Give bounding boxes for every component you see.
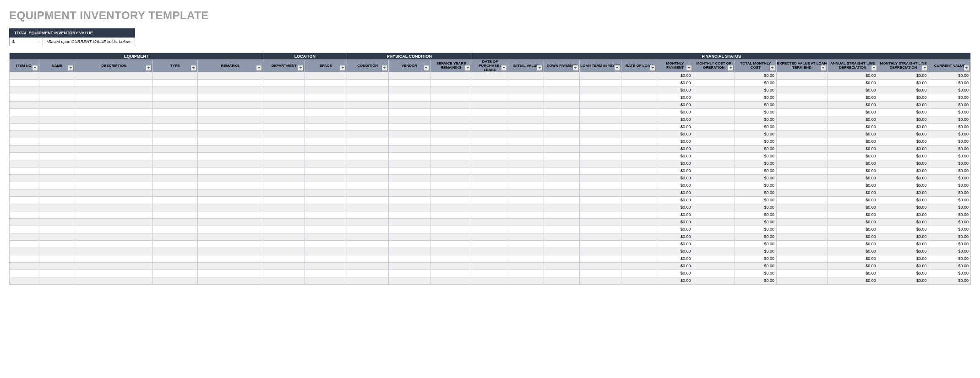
cell-department[interactable] xyxy=(263,211,305,219)
cell-initial-value[interactable] xyxy=(508,116,544,124)
cell-total-monthly-cost[interactable]: $0.00 xyxy=(735,270,776,277)
cell-expected-value[interactable] xyxy=(777,167,828,175)
cell-type[interactable] xyxy=(152,241,197,248)
cell-type[interactable] xyxy=(152,226,197,233)
cell-annual-depreciation[interactable]: $0.00 xyxy=(827,219,878,226)
cell-item-no[interactable] xyxy=(10,248,39,255)
cell-description[interactable] xyxy=(75,197,152,204)
cell-remarks[interactable] xyxy=(197,219,263,226)
cell-date-purchase[interactable] xyxy=(472,109,508,116)
cell-current-value[interactable]: $0.00 xyxy=(929,94,971,102)
cell-condition[interactable] xyxy=(347,204,388,211)
cell-date-purchase[interactable] xyxy=(472,102,508,109)
cell-item-no[interactable] xyxy=(10,277,39,285)
cell-date-purchase[interactable] xyxy=(472,219,508,226)
cell-space[interactable] xyxy=(305,175,347,182)
cell-current-value[interactable]: $0.00 xyxy=(929,241,971,248)
cell-total-monthly-cost[interactable]: $0.00 xyxy=(735,124,776,131)
cell-remarks[interactable] xyxy=(197,211,263,219)
cell-initial-value[interactable] xyxy=(508,189,544,197)
cell-expected-value[interactable] xyxy=(777,116,828,124)
cell-down-payment[interactable] xyxy=(544,94,579,102)
cell-monthly-depreciation[interactable]: $0.00 xyxy=(878,189,929,197)
cell-loan-term[interactable] xyxy=(579,233,621,241)
cell-department[interactable] xyxy=(263,175,305,182)
cell-rate-of-loan[interactable] xyxy=(621,131,657,138)
filter-icon[interactable] xyxy=(537,65,543,71)
cell-service-years[interactable] xyxy=(430,72,472,80)
cell-monthly-depreciation[interactable]: $0.00 xyxy=(878,270,929,277)
cell-annual-depreciation[interactable]: $0.00 xyxy=(827,263,878,270)
cell-condition[interactable] xyxy=(347,72,388,80)
cell-initial-value[interactable] xyxy=(508,204,544,211)
cell-rate-of-loan[interactable] xyxy=(621,204,657,211)
cell-remarks[interactable] xyxy=(197,167,263,175)
cell-remarks[interactable] xyxy=(197,72,263,80)
cell-department[interactable] xyxy=(263,263,305,270)
cell-expected-value[interactable] xyxy=(777,255,828,263)
cell-initial-value[interactable] xyxy=(508,277,544,285)
cell-name[interactable] xyxy=(39,197,75,204)
filter-icon[interactable] xyxy=(922,65,928,71)
cell-condition[interactable] xyxy=(347,109,388,116)
cell-monthly-cost-operation[interactable] xyxy=(693,160,735,167)
cell-monthly-cost-operation[interactable] xyxy=(693,109,735,116)
cell-type[interactable] xyxy=(152,248,197,255)
cell-department[interactable] xyxy=(263,241,305,248)
cell-monthly-payment[interactable]: $0.00 xyxy=(657,182,693,189)
filter-icon[interactable] xyxy=(572,65,578,71)
cell-expected-value[interactable] xyxy=(777,109,828,116)
cell-date-purchase[interactable] xyxy=(472,248,508,255)
cell-rate-of-loan[interactable] xyxy=(621,189,657,197)
cell-annual-depreciation[interactable]: $0.00 xyxy=(827,102,878,109)
cell-rate-of-loan[interactable] xyxy=(621,175,657,182)
cell-remarks[interactable] xyxy=(197,131,263,138)
cell-condition[interactable] xyxy=(347,197,388,204)
cell-vendor[interactable] xyxy=(388,87,430,94)
cell-monthly-depreciation[interactable]: $0.00 xyxy=(878,160,929,167)
cell-name[interactable] xyxy=(39,72,75,80)
cell-initial-value[interactable] xyxy=(508,153,544,160)
cell-loan-term[interactable] xyxy=(579,263,621,270)
cell-total-monthly-cost[interactable]: $0.00 xyxy=(735,146,776,153)
filter-icon[interactable] xyxy=(423,65,429,71)
cell-vendor[interactable] xyxy=(388,153,430,160)
cell-monthly-cost-operation[interactable] xyxy=(693,153,735,160)
cell-expected-value[interactable] xyxy=(777,189,828,197)
cell-vendor[interactable] xyxy=(388,211,430,219)
cell-initial-value[interactable] xyxy=(508,219,544,226)
cell-down-payment[interactable] xyxy=(544,175,579,182)
cell-condition[interactable] xyxy=(347,175,388,182)
cell-description[interactable] xyxy=(75,131,152,138)
cell-current-value[interactable]: $0.00 xyxy=(929,131,971,138)
cell-rate-of-loan[interactable] xyxy=(621,270,657,277)
cell-rate-of-loan[interactable] xyxy=(621,211,657,219)
cell-current-value[interactable]: $0.00 xyxy=(929,255,971,263)
cell-monthly-payment[interactable]: $0.00 xyxy=(657,277,693,285)
cell-name[interactable] xyxy=(39,270,75,277)
cell-date-purchase[interactable] xyxy=(472,138,508,146)
cell-monthly-cost-operation[interactable] xyxy=(693,263,735,270)
cell-description[interactable] xyxy=(75,277,152,285)
cell-down-payment[interactable] xyxy=(544,131,579,138)
cell-remarks[interactable] xyxy=(197,94,263,102)
cell-loan-term[interactable] xyxy=(579,72,621,80)
cell-loan-term[interactable] xyxy=(579,182,621,189)
cell-monthly-depreciation[interactable]: $0.00 xyxy=(878,87,929,94)
cell-annual-depreciation[interactable]: $0.00 xyxy=(827,160,878,167)
cell-total-monthly-cost[interactable]: $0.00 xyxy=(735,175,776,182)
cell-initial-value[interactable] xyxy=(508,270,544,277)
cell-down-payment[interactable] xyxy=(544,72,579,80)
cell-vendor[interactable] xyxy=(388,255,430,263)
cell-remarks[interactable] xyxy=(197,197,263,204)
cell-type[interactable] xyxy=(152,197,197,204)
cell-current-value[interactable]: $0.00 xyxy=(929,124,971,131)
cell-monthly-cost-operation[interactable] xyxy=(693,189,735,197)
cell-department[interactable] xyxy=(263,72,305,80)
cell-date-purchase[interactable] xyxy=(472,182,508,189)
cell-rate-of-loan[interactable] xyxy=(621,80,657,87)
cell-item-no[interactable] xyxy=(10,116,39,124)
cell-space[interactable] xyxy=(305,94,347,102)
cell-date-purchase[interactable] xyxy=(472,94,508,102)
cell-remarks[interactable] xyxy=(197,80,263,87)
